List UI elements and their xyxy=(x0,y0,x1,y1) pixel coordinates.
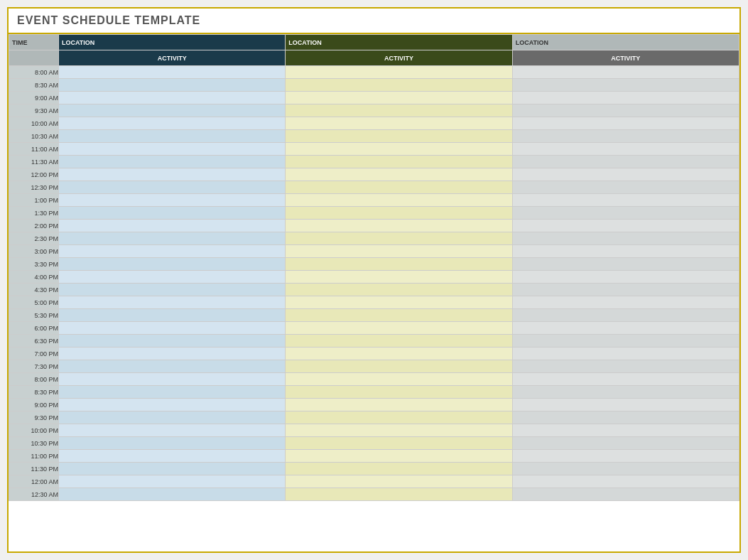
activity-cell-3[interactable] xyxy=(512,143,739,156)
activity-cell-3[interactable] xyxy=(512,309,739,322)
activity-cell-2[interactable] xyxy=(286,386,512,399)
activity-cell-3[interactable] xyxy=(512,296,739,309)
activity-cell-1[interactable] xyxy=(59,284,286,296)
activity-cell-1[interactable] xyxy=(59,424,286,437)
activity-cell-3[interactable] xyxy=(512,220,739,232)
activity-cell-2[interactable] xyxy=(286,411,512,424)
activity-cell-3[interactable] xyxy=(512,373,739,386)
activity-cell-1[interactable] xyxy=(59,79,286,92)
activity-cell-2[interactable] xyxy=(286,450,512,463)
activity-cell-2[interactable] xyxy=(286,399,512,411)
activity-cell-1[interactable] xyxy=(59,411,286,424)
activity-cell-1[interactable] xyxy=(59,322,286,335)
activity-cell-1[interactable] xyxy=(59,66,286,79)
activity-cell-2[interactable] xyxy=(286,220,512,232)
activity-cell-1[interactable] xyxy=(59,335,286,348)
activity-cell-1[interactable] xyxy=(59,232,286,245)
activity-cell-2[interactable] xyxy=(286,245,512,258)
activity-cell-3[interactable] xyxy=(512,437,739,450)
activity-cell-1[interactable] xyxy=(59,117,286,130)
activity-cell-1[interactable] xyxy=(59,386,286,399)
activity-cell-3[interactable] xyxy=(512,411,739,424)
activity-cell-1[interactable] xyxy=(59,130,286,143)
activity-cell-1[interactable] xyxy=(59,450,286,463)
activity-cell-2[interactable] xyxy=(286,156,512,168)
activity-cell-2[interactable] xyxy=(286,373,512,386)
activity-cell-3[interactable] xyxy=(512,79,739,92)
activity-cell-3[interactable] xyxy=(512,194,739,207)
activity-cell-2[interactable] xyxy=(286,143,512,156)
activity-cell-2[interactable] xyxy=(286,296,512,309)
activity-cell-1[interactable] xyxy=(59,258,286,271)
activity-cell-1[interactable] xyxy=(59,373,286,386)
activity-cell-1[interactable] xyxy=(59,488,286,501)
activity-cell-3[interactable] xyxy=(512,117,739,130)
activity-cell-2[interactable] xyxy=(286,437,512,450)
activity-cell-3[interactable] xyxy=(512,386,739,399)
activity-cell-3[interactable] xyxy=(512,463,739,475)
activity-cell-3[interactable] xyxy=(512,104,739,117)
activity-cell-2[interactable] xyxy=(286,424,512,437)
activity-cell-2[interactable] xyxy=(286,284,512,296)
activity-cell-2[interactable] xyxy=(286,463,512,475)
activity-cell-1[interactable] xyxy=(59,207,286,220)
activity-cell-3[interactable] xyxy=(512,360,739,373)
activity-cell-1[interactable] xyxy=(59,220,286,232)
activity-cell-2[interactable] xyxy=(286,104,512,117)
activity-cell-1[interactable] xyxy=(59,245,286,258)
activity-cell-1[interactable] xyxy=(59,104,286,117)
activity-cell-3[interactable] xyxy=(512,168,739,181)
activity-cell-3[interactable] xyxy=(512,322,739,335)
activity-cell-2[interactable] xyxy=(286,181,512,194)
activity-cell-1[interactable] xyxy=(59,271,286,284)
activity-cell-3[interactable] xyxy=(512,335,739,348)
activity-cell-3[interactable] xyxy=(512,488,739,501)
activity-cell-2[interactable] xyxy=(286,232,512,245)
activity-cell-2[interactable] xyxy=(286,207,512,220)
activity-cell-3[interactable] xyxy=(512,399,739,411)
activity-cell-1[interactable] xyxy=(59,348,286,360)
activity-cell-1[interactable] xyxy=(59,475,286,488)
activity-cell-3[interactable] xyxy=(512,348,739,360)
activity-cell-3[interactable] xyxy=(512,156,739,168)
activity-cell-3[interactable] xyxy=(512,475,739,488)
activity-cell-2[interactable] xyxy=(286,322,512,335)
activity-cell-1[interactable] xyxy=(59,296,286,309)
activity-cell-3[interactable] xyxy=(512,207,739,220)
activity-cell-1[interactable] xyxy=(59,156,286,168)
activity-cell-1[interactable] xyxy=(59,168,286,181)
activity-cell-2[interactable] xyxy=(286,168,512,181)
activity-cell-3[interactable] xyxy=(512,450,739,463)
activity-cell-2[interactable] xyxy=(286,66,512,79)
activity-cell-2[interactable] xyxy=(286,335,512,348)
activity-cell-3[interactable] xyxy=(512,232,739,245)
activity-cell-3[interactable] xyxy=(512,424,739,437)
activity-cell-1[interactable] xyxy=(59,181,286,194)
activity-cell-3[interactable] xyxy=(512,284,739,296)
activity-cell-3[interactable] xyxy=(512,271,739,284)
activity-cell-3[interactable] xyxy=(512,66,739,79)
activity-cell-3[interactable] xyxy=(512,92,739,104)
activity-cell-1[interactable] xyxy=(59,92,286,104)
activity-cell-1[interactable] xyxy=(59,194,286,207)
activity-cell-2[interactable] xyxy=(286,475,512,488)
activity-cell-2[interactable] xyxy=(286,360,512,373)
activity-cell-1[interactable] xyxy=(59,360,286,373)
activity-cell-2[interactable] xyxy=(286,348,512,360)
activity-cell-2[interactable] xyxy=(286,271,512,284)
activity-cell-2[interactable] xyxy=(286,117,512,130)
activity-cell-1[interactable] xyxy=(59,463,286,475)
activity-cell-3[interactable] xyxy=(512,245,739,258)
activity-cell-2[interactable] xyxy=(286,488,512,501)
activity-cell-2[interactable] xyxy=(286,194,512,207)
activity-cell-1[interactable] xyxy=(59,309,286,322)
activity-cell-1[interactable] xyxy=(59,437,286,450)
activity-cell-2[interactable] xyxy=(286,309,512,322)
activity-cell-2[interactable] xyxy=(286,130,512,143)
activity-cell-2[interactable] xyxy=(286,79,512,92)
activity-cell-3[interactable] xyxy=(512,130,739,143)
activity-cell-2[interactable] xyxy=(286,92,512,104)
activity-cell-1[interactable] xyxy=(59,399,286,411)
activity-cell-3[interactable] xyxy=(512,258,739,271)
activity-cell-3[interactable] xyxy=(512,181,739,194)
